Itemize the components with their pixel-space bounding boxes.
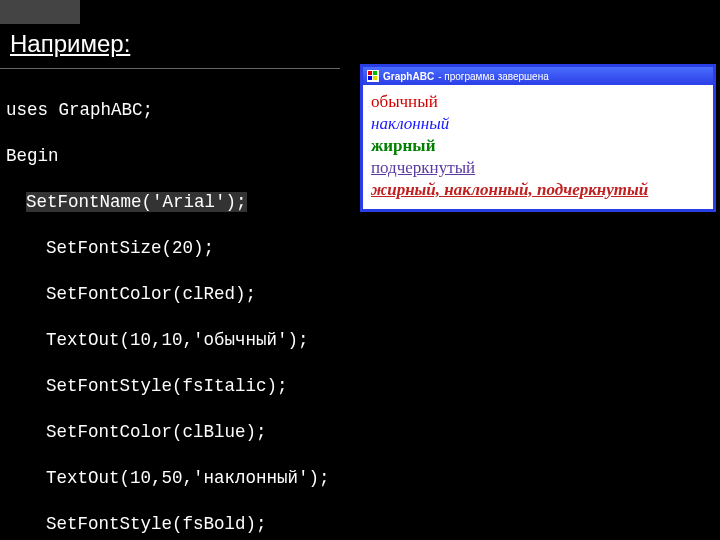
code-line: SetFontStyle(fsItalic);	[6, 375, 571, 398]
output-window: GraphABC - программа завершена обычный н…	[360, 64, 716, 212]
app-icon	[367, 70, 379, 82]
svg-rect-1	[368, 71, 372, 75]
output-row-normal: обычный	[371, 91, 705, 113]
output-row-bold: жирный	[371, 135, 705, 157]
svg-rect-4	[373, 76, 377, 80]
code-line: TextOut(10,10,'обычный');	[6, 329, 571, 352]
code-line: SetFontColor(clRed);	[6, 283, 571, 306]
heading-rule	[0, 68, 340, 69]
output-row-underline: подчеркнутый	[371, 157, 705, 179]
window-title-status: - программа завершена	[438, 71, 549, 82]
code-line: SetFontStyle(fsBold);	[6, 513, 571, 536]
code-line: SetFontSize(20);	[6, 237, 571, 260]
svg-rect-3	[368, 76, 372, 80]
example-heading: Например:	[10, 30, 130, 58]
window-titlebar: GraphABC - программа завершена	[363, 67, 713, 85]
svg-rect-2	[373, 71, 377, 75]
output-body: обычный наклонный жирный подчеркнутый жи…	[363, 85, 713, 209]
output-row-italic: наклонный	[371, 113, 705, 135]
window-title-app: GraphABC	[383, 71, 434, 82]
output-row-bold-italic-underline: жирный, наклонный, подчеркнутый	[371, 179, 705, 201]
code-line: TextOut(10,50,'наклонный');	[6, 467, 571, 490]
corner-block	[0, 0, 80, 24]
code-line: SetFontColor(clBlue);	[6, 421, 571, 444]
